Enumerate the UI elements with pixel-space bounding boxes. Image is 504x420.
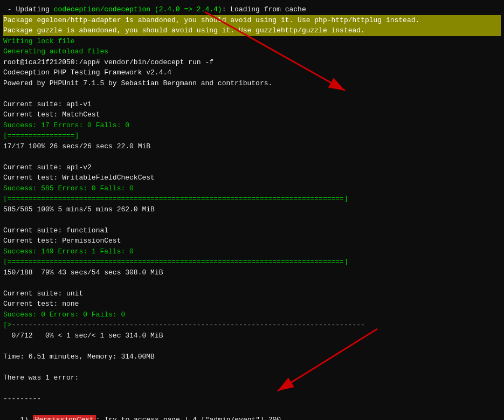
line-empty-1 — [3, 88, 501, 99]
line-permission-error: 1) PermissionCest: Try to access page | … — [3, 404, 501, 420]
line-guzzle: Package guzzle is abandoned, you should … — [3, 25, 501, 36]
line-empty-3 — [3, 215, 501, 225]
line-test-writable: Current test: WritableFieldCheckCest — [3, 173, 501, 183]
line-stat-unit: 0/712 0% < 1 sec/< 1 sec 314.0 MiB — [3, 331, 501, 341]
line-success-functional: Success: 149 Errors: 1 Falls: 0 — [3, 246, 501, 257]
line-root: root@1ca21f212050:/app# vendor/bin/codec… — [3, 57, 501, 68]
line-progress-functional: [=======================================… — [3, 257, 501, 267]
line-test-matchcest: Current test: MatchCest — [3, 109, 501, 120]
line-writing: Writing lock file — [3, 36, 501, 47]
line-stat-apiv1: 17/17 100% 26 secs/26 secs 22.0 MiB — [3, 141, 501, 152]
line-progress-unit: [>--------------------------------------… — [3, 320, 501, 331]
line-suite-functional: Current suite: functional — [3, 225, 501, 236]
line-generating: Generating autoload files — [3, 46, 501, 57]
line-empty-5 — [3, 341, 501, 352]
line-stat-functional: 150/188 79% 43 secs/54 secs 308.0 MiB — [3, 267, 501, 278]
line-success-apiv1: Success: 17 Errors: 0 Falls: 0 — [3, 120, 501, 131]
permission-detail: : Try to access page | 4,["admin/event"]… — [96, 416, 281, 421]
line-empty-4 — [3, 278, 501, 288]
line-success-apiv2: Success: 585 Errors: 0 Falls: 0 — [3, 183, 501, 194]
line-empty-6 — [3, 362, 501, 373]
progress-bracket: [> — [3, 321, 12, 329]
line-test-none: Current test: none — [3, 299, 501, 309]
line-dashes: --------- — [3, 394, 501, 404]
line-suite-apiv1: Current suite: api-v1 — [3, 99, 501, 110]
line-success-unit: Success: 0 Errors: 0 Fails: 0 — [3, 309, 501, 320]
line-empty-7 — [3, 383, 501, 394]
terminal: - Updating codeсeption/codeсeption (2.4.… — [0, 0, 504, 420]
line-framework: Codeсeption PHP Testing Framework v2.4.4 — [3, 67, 501, 78]
line-empty-2 — [3, 152, 501, 162]
line-progress-apiv2: [=======================================… — [3, 194, 501, 204]
line-egeloen: Package egeloen/http-adapter is abandone… — [3, 15, 501, 26]
line-powered: Powered by PHPUnit 7.1.5 by Sebastian Be… — [3, 78, 501, 89]
line-stat-apiv2: 585/585 100% 5 mins/5 mins 262.0 MiB — [3, 204, 501, 215]
line-updating: - Updating codeсeption/codeсeption (2.4.… — [3, 4, 501, 15]
permission-cest-label: PermissionCest — [33, 415, 96, 421]
progress-dashes: ----------------------------------------… — [12, 321, 365, 329]
line-progress-apiv1: [================] — [3, 130, 501, 141]
line-suite-apiv2: Current suite: api-v2 — [3, 162, 501, 173]
line-test-permission: Current test: PermissionCest — [3, 236, 501, 246]
line-suite-unit: Current suite: unit — [3, 288, 501, 299]
permission-number: 1) — [20, 416, 32, 421]
line-error-header: There was 1 error: — [3, 373, 501, 383]
line-time: Time: 6.51 minutes, Memory: 314.00MB — [3, 352, 501, 362]
